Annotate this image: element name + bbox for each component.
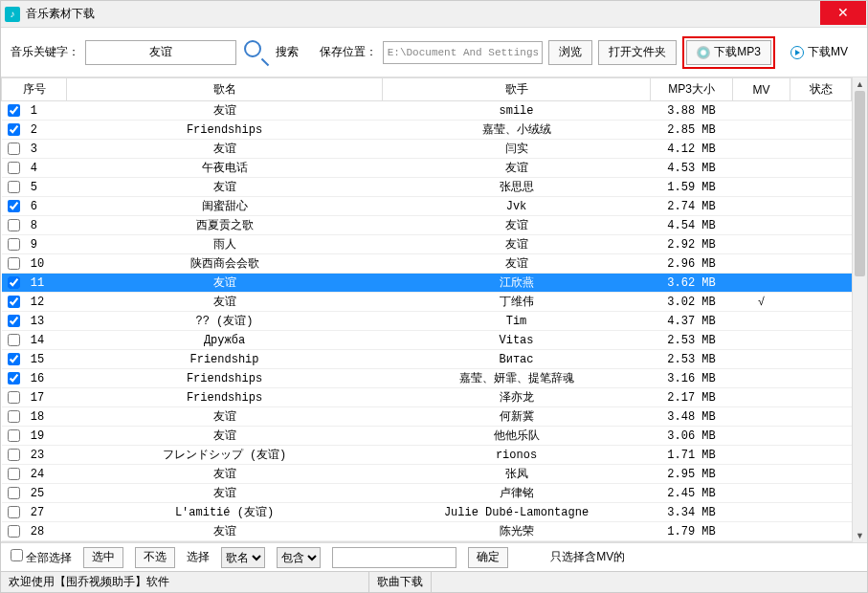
cell-song: 陕西商会会歌 [67,254,383,274]
filter-field-select[interactable]: 歌名 [221,547,265,568]
table-row[interactable]: 3友谊闫实4.12 MB [2,140,852,159]
cell-song: 友谊 [67,465,383,484]
table-row[interactable]: 12友谊丁维伟3.02 MB√ [2,293,852,312]
cell-mv [733,427,790,446]
cell-song: 友谊 [67,293,383,312]
row-checkbox[interactable] [8,143,20,155]
select-all-checkbox[interactable] [11,549,23,561]
scroll-thumb[interactable] [855,91,865,276]
row-checkbox[interactable] [8,429,20,442]
row-checkbox[interactable] [8,238,20,251]
table-row[interactable]: 10陕西商会会歌友谊2.96 MB [2,254,852,274]
col-header-mv[interactable]: MV [733,78,790,101]
table-row[interactable]: 25友谊卢律铭2.45 MB [2,484,852,503]
cell-mv [733,484,790,503]
table-row[interactable]: 5友谊张思思1.59 MB [2,178,852,197]
cell-state [790,350,852,369]
row-checkbox[interactable] [8,181,20,193]
deselect-button[interactable]: 不选 [135,547,175,568]
table-row[interactable]: 8西夏贡之歌友谊4.54 MB [2,216,852,235]
row-checkbox[interactable] [8,104,20,117]
browse-button[interactable]: 浏览 [548,40,592,65]
col-header-artist[interactable]: 歌手 [383,78,651,101]
table-row[interactable]: 23フレンドシップ (友谊)rionos1.71 MB [2,446,852,465]
disc-icon [697,46,710,59]
row-checkbox[interactable] [8,162,20,174]
row-checkbox[interactable] [8,276,20,289]
download-mv-button[interactable]: 下载MV [781,40,857,65]
open-folder-button[interactable]: 打开文件夹 [598,40,677,65]
cell-size: 4.12 MB [651,140,733,159]
download-mp3-button[interactable]: 下载MP3 [686,40,771,65]
cell-state [790,484,852,503]
select-all-control[interactable]: 全部选择 [11,549,72,566]
row-checkbox[interactable] [8,123,20,136]
table-row[interactable]: 11友谊江欣燕3.62 MB [2,274,852,293]
table-row[interactable]: 14ДружбаVitas2.53 MB [2,331,852,350]
close-button[interactable]: ✕ [820,1,866,25]
scroll-down-arrow[interactable]: ▼ [853,529,867,542]
cell-state [790,101,852,121]
app-icon: ♪ [5,7,20,22]
table-row[interactable]: 4午夜电话友谊4.53 MB [2,159,852,178]
table-row[interactable]: 16Friendships嘉莹、妍霏、提笔辞魂3.16 MB [2,369,852,388]
cell-size: 4.37 MB [651,312,733,331]
horizontal-scrollbar[interactable]: ◄► [1,541,852,542]
row-checkbox[interactable] [8,372,20,384]
confirm-button[interactable]: 确定 [468,547,508,568]
table-row[interactable]: 15FriendshipВитас2.53 MB [2,350,852,369]
table-row[interactable]: 27L'amitié (友谊)Julie Dubé-Lamontagne3.34… [2,503,852,522]
table-row[interactable]: 17Friendships泽亦龙2.17 MB [2,388,852,407]
table-row[interactable]: 6闺蜜甜心Jvk2.74 MB [2,197,852,216]
select-button[interactable]: 选中 [83,547,123,568]
cell-song: 友谊 [67,522,383,541]
row-checkbox[interactable] [8,219,20,231]
cell-state [790,446,852,465]
cell-size: 2.17 MB [651,388,733,407]
col-header-state[interactable]: 状态 [790,78,852,101]
row-checkbox[interactable] [8,315,20,327]
row-checkbox[interactable] [8,525,20,538]
row-checkbox[interactable] [8,200,20,212]
table-row[interactable]: 28友谊陈光荣1.79 MB [2,522,852,541]
cell-mv [733,216,790,235]
search-icon-button[interactable] [242,37,271,68]
cell-state [790,312,852,331]
table-row[interactable]: 1友谊smile3.88 MB [2,101,852,121]
cell-song: 午夜电话 [67,159,383,178]
table-row[interactable]: 2Friendships嘉莹、小绒绒2.85 MB [2,121,852,140]
titlebar: ♪ 音乐素材下载 ✕ [1,1,867,28]
row-checkbox[interactable] [8,257,20,270]
save-path-input[interactable] [383,41,544,64]
status-left: 欢迎使用【围乔视频助手】软件 [1,572,369,592]
table-row[interactable]: 9雨人友谊2.92 MB [2,235,852,254]
select-all-label: 全部选择 [26,551,72,564]
cell-artist: 何新冀 [383,407,651,427]
keyword-input[interactable] [85,40,236,65]
row-checkbox[interactable] [8,391,20,404]
row-checkbox[interactable] [8,487,20,499]
col-header-song[interactable]: 歌名 [67,78,383,101]
row-checkbox[interactable] [8,449,20,461]
filter-op-select[interactable]: 包含 [277,547,321,568]
cell-state [790,254,852,274]
col-header-size[interactable]: MP3大小 [651,78,733,101]
scroll-up-arrow[interactable]: ▲ [853,77,867,91]
filter-text-input[interactable] [332,547,456,568]
cell-song: フレンドシップ (友谊) [67,446,383,465]
table-row[interactable]: 18友谊何新冀3.48 MB [2,407,852,427]
vertical-scrollbar[interactable]: ▲ ▼ [852,77,867,542]
row-checkbox[interactable] [8,468,20,480]
table-row[interactable]: 24友谊张凤2.95 MB [2,465,852,484]
row-checkbox[interactable] [8,334,20,346]
row-checkbox[interactable] [8,296,20,308]
cell-size: 3.34 MB [651,503,733,522]
save-location-label: 保存位置： [320,44,377,60]
table-row[interactable]: 13?? (友谊)Tim4.37 MB [2,312,852,331]
row-checkbox[interactable] [8,506,20,518]
col-header-index[interactable]: 序号 [2,78,67,101]
row-checkbox[interactable] [8,353,20,365]
table-row[interactable]: 19友谊他他乐队3.06 MB [2,427,852,446]
status-right: 歌曲下载 [369,572,432,592]
row-checkbox[interactable] [8,410,20,423]
